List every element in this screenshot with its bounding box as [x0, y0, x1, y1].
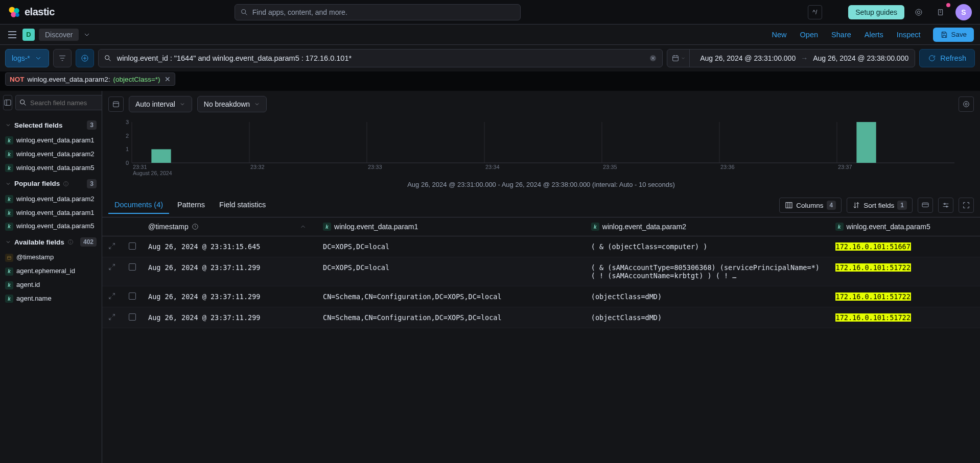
field-item[interactable]: kagent.id	[3, 278, 99, 292]
row-checkbox[interactable]	[129, 263, 136, 271]
svg-point-3	[15, 13, 19, 17]
field-search-input[interactable]	[29, 99, 102, 107]
chevron-down-icon	[5, 239, 11, 245]
interval-selector[interactable]: Auto interval	[129, 96, 192, 112]
cell-param2: (objectClass=dMD)	[585, 286, 829, 307]
tab-documents[interactable]: Documents (4)	[108, 197, 169, 214]
date-picker[interactable]: Aug 26, 2024 @ 23:31:00.000 → Aug 26, 20…	[667, 49, 915, 67]
nav-new[interactable]: New	[767, 28, 792, 42]
data-view-selector[interactable]: logs-*	[5, 49, 49, 67]
svg-text:2: 2	[126, 133, 129, 139]
field-item[interactable]: kagent.name	[3, 292, 99, 306]
newsfeed-icon[interactable]	[933, 4, 949, 20]
field-item[interactable]: kwinlog.event_data.param1	[3, 134, 99, 148]
histogram-chart[interactable]: 012323:3123:3223:3323:3423:3523:3623:37A…	[102, 117, 980, 179]
breakdown-selector[interactable]: No breakdown	[197, 96, 267, 112]
table-row[interactable]: Aug 26, 2024 @ 23:37:11.299 DC=XOPS,DC=l…	[102, 257, 980, 286]
close-icon[interactable]: ✕	[165, 75, 171, 83]
row-checkbox[interactable]	[129, 293, 136, 300]
global-search[interactable]: Find apps, content, and more.	[235, 4, 521, 20]
columns-button[interactable]: Columns 4	[779, 198, 842, 213]
sliders-icon	[942, 201, 950, 209]
section-title: Available fields	[14, 238, 64, 246]
calendar-icon	[671, 54, 680, 62]
field-name: agent.id	[16, 281, 40, 289]
nav-toggle-icon[interactable]	[6, 29, 18, 41]
column-param1[interactable]: k winlog.event_data.param1	[317, 217, 585, 236]
column-param5[interactable]: k winlog.event_data.param5	[829, 217, 980, 236]
field-item[interactable]: kwinlog.event_data.param5	[3, 220, 99, 233]
edit-visualization-button[interactable]	[959, 96, 974, 112]
nav-open[interactable]: Open	[795, 28, 823, 42]
save-button[interactable]: Save	[933, 28, 974, 42]
expand-icon[interactable]	[108, 313, 115, 321]
cell-param1: DC=XOPS,DC=local	[317, 236, 585, 257]
table-row[interactable]: Aug 26, 2024 @ 23:37:11.299 CN=Schema,CN…	[102, 307, 980, 328]
expand-icon[interactable]	[108, 293, 115, 300]
date-from[interactable]: Aug 26, 2024 @ 23:31:00.000	[700, 54, 796, 62]
elastic-logo[interactable]: elastic	[8, 6, 55, 18]
field-item[interactable]: @timestamp	[3, 251, 99, 264]
refresh-icon	[928, 54, 936, 62]
kql-text[interactable]	[116, 54, 645, 63]
sort-fields-button[interactable]: Sort fields 1	[847, 198, 913, 213]
filter-pill[interactable]: NOT winlog.event_data.param2: (objectCla…	[5, 72, 175, 86]
setup-guides-button[interactable]: Setup guides	[848, 5, 904, 19]
selected-fields-header[interactable]: Selected fields 3	[3, 116, 99, 134]
user-avatar[interactable]: S	[955, 4, 972, 20]
field-item[interactable]: kagent.ephemeral_id	[3, 264, 99, 278]
field-type-keyword: k	[5, 223, 13, 231]
cell-timestamp: Aug 26, 2024 @ 23:37:11.299	[142, 286, 317, 307]
tab-patterns[interactable]: Patterns	[171, 197, 211, 214]
popular-fields-header[interactable]: Popular fields 3	[3, 175, 99, 192]
brand-name: elastic	[25, 6, 55, 18]
field-item[interactable]: kwinlog.event_data.param1	[3, 206, 99, 220]
settings-button[interactable]	[938, 198, 953, 213]
toggle-histogram-button[interactable]	[108, 96, 124, 112]
histogram-svg: 012323:3123:3223:3323:3423:3523:3623:37A…	[123, 117, 960, 179]
filter-menu-button[interactable]	[53, 49, 72, 67]
main-content: Auto interval No breakdown 012323:3123:3…	[102, 91, 980, 463]
sort-asc-icon[interactable]	[299, 223, 307, 230]
clear-query-icon[interactable]	[649, 54, 657, 62]
date-to[interactable]: Aug 26, 2024 @ 23:38:00.000	[813, 54, 908, 62]
refresh-button[interactable]: Refresh	[919, 49, 975, 67]
row-checkbox[interactable]	[129, 313, 136, 321]
field-item[interactable]: kwinlog.event_data.param5	[3, 161, 99, 175]
field-type-k: k	[591, 223, 599, 231]
fullscreen-button[interactable]	[959, 198, 974, 213]
chevron-down-icon	[5, 122, 11, 128]
field-search[interactable]	[15, 95, 102, 110]
table-row[interactable]: Aug 26, 2024 @ 23:37:11.299 CN=Schema,CN…	[102, 286, 980, 307]
display-options-button[interactable]	[918, 198, 933, 213]
app-name-chip[interactable]: Discover	[39, 29, 79, 41]
tab-field-statistics[interactable]: Field statistics	[213, 197, 272, 214]
row-checkbox[interactable]	[129, 242, 136, 250]
expand-icon[interactable]	[108, 242, 115, 250]
search-icon	[240, 8, 248, 16]
info-icon[interactable]	[67, 239, 74, 245]
svg-point-29	[71, 241, 71, 241]
nav-share[interactable]: Share	[826, 28, 856, 42]
kql-input[interactable]	[98, 49, 663, 67]
keyboard-shortcut-hint: ^/	[808, 5, 822, 19]
info-icon[interactable]	[63, 181, 69, 187]
col-label: @timestamp	[148, 223, 189, 231]
chevron-down-icon[interactable]	[83, 31, 91, 39]
expand-icon[interactable]	[108, 263, 115, 271]
add-filter-button[interactable]	[76, 49, 94, 67]
available-fields-header[interactable]: Available fields 402	[3, 233, 99, 251]
nav-inspect[interactable]: Inspect	[892, 28, 926, 42]
field-type-keyword: k	[5, 295, 13, 303]
nav-alerts[interactable]: Alerts	[859, 28, 889, 42]
field-item[interactable]: kwinlog.event_data.param2	[3, 192, 99, 206]
column-timestamp[interactable]: @timestamp	[142, 217, 317, 236]
table-row[interactable]: Aug 26, 2024 @ 23:31:15.645 DC=XOPS,DC=l…	[102, 236, 980, 257]
toggle-sidebar-button[interactable]	[3, 95, 12, 110]
chevron-down-icon	[34, 54, 42, 62]
field-item[interactable]: kwinlog.event_data.param2	[3, 148, 99, 161]
help-icon[interactable]	[911, 4, 927, 20]
date-quick-select[interactable]	[667, 50, 690, 67]
query-bar: logs-* Aug 26, 2024 @ 23:31:00.000 → Aug…	[0, 45, 980, 71]
column-param2[interactable]: k winlog.event_data.param2	[585, 217, 829, 236]
